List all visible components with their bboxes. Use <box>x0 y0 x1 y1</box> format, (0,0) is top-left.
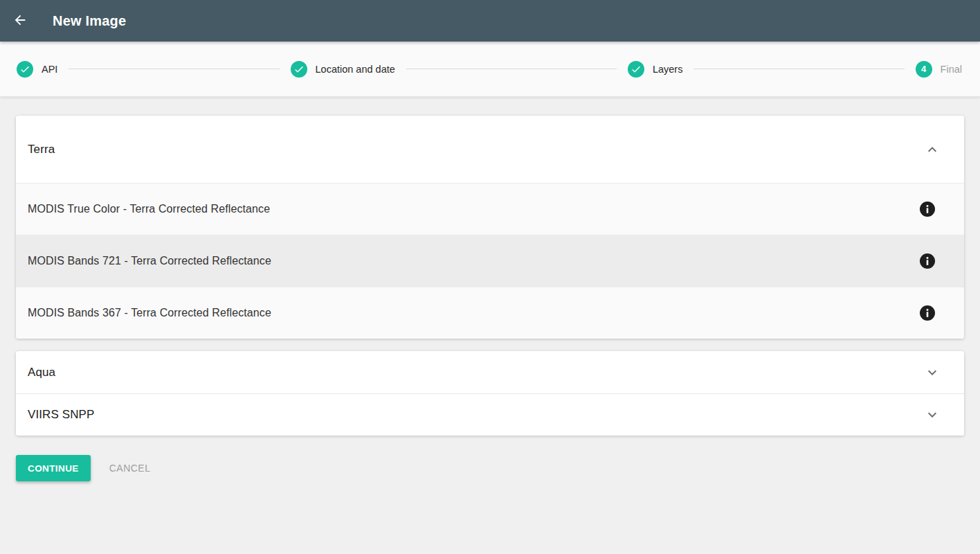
page-title: New Image <box>53 13 126 29</box>
step-api[interactable]: API <box>17 61 57 78</box>
action-bar: CONTINUE CANCEL <box>16 455 980 481</box>
layer-label: MODIS True Color - Terra Corrected Refle… <box>28 203 270 215</box>
panel-group: Aqua VIIRS SNPP <box>16 351 964 436</box>
back-button[interactable] <box>0 0 40 42</box>
layer-row-modis-bands-367[interactable]: MODIS Bands 367 - Terra Corrected Reflec… <box>16 287 964 339</box>
panel-viirs-snpp-header[interactable]: VIIRS SNPP <box>16 393 964 436</box>
step-label: Location and date <box>316 64 395 75</box>
layer-row-modis-bands-721[interactable]: MODIS Bands 721 - Terra Corrected Reflec… <box>16 235 964 287</box>
panel-terra-header[interactable]: Terra <box>16 116 964 183</box>
layer-label: MODIS Bands 367 - Terra Corrected Reflec… <box>28 307 271 319</box>
continue-button[interactable]: CONTINUE <box>16 455 91 481</box>
stepper-connector <box>693 69 904 69</box>
info-icon[interactable] <box>920 202 935 217</box>
step-label: API <box>42 64 57 75</box>
step-number: 4 <box>921 64 926 74</box>
step-label: Final <box>941 64 962 75</box>
panel-title: Aqua <box>28 366 55 379</box>
step-label: Layers <box>653 64 683 75</box>
chevron-up-icon[interactable] <box>924 141 941 158</box>
stepper-connector <box>69 69 279 69</box>
step-location-and-date[interactable]: Location and date <box>291 61 395 78</box>
stepper: API Location and date Layers 4 Final <box>0 42 980 97</box>
step-complete-check-icon <box>291 61 307 78</box>
info-icon[interactable] <box>920 305 935 321</box>
main-content: Terra MODIS True Color - Terra Corrected… <box>0 116 980 481</box>
step-final[interactable]: 4 Final <box>916 61 962 78</box>
appbar: New Image <box>0 0 980 42</box>
step-layers[interactable]: Layers <box>628 61 683 78</box>
info-icon[interactable] <box>920 253 935 269</box>
panel-title: VIIRS SNPP <box>28 408 94 422</box>
step-complete-check-icon <box>628 61 644 78</box>
cancel-button[interactable]: CANCEL <box>109 463 151 474</box>
panel-aqua-header[interactable]: Aqua <box>16 351 964 393</box>
chevron-down-icon[interactable] <box>924 406 941 423</box>
layer-label: MODIS Bands 721 - Terra Corrected Reflec… <box>28 255 271 267</box>
arrow-left-icon <box>12 12 28 30</box>
panel-title: Terra <box>28 143 55 157</box>
step-complete-check-icon <box>17 61 33 78</box>
layer-row-modis-true-color[interactable]: MODIS True Color - Terra Corrected Refle… <box>16 183 964 235</box>
panel-terra: Terra MODIS True Color - Terra Corrected… <box>16 116 964 339</box>
step-number-badge: 4 <box>916 61 932 78</box>
stepper-connector <box>406 69 617 69</box>
chevron-down-icon[interactable] <box>924 364 941 381</box>
